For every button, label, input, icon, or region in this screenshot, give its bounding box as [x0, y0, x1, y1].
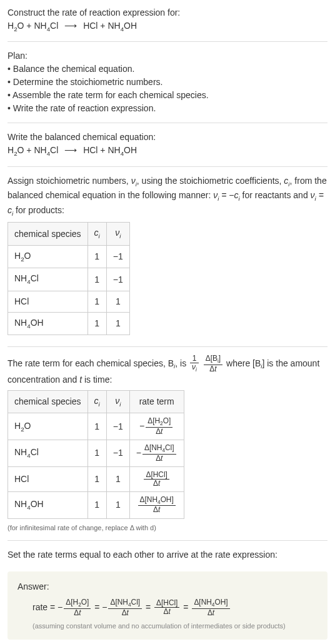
- balanced-text: Write the balanced chemical equation:: [8, 131, 328, 144]
- den: Δt: [154, 608, 179, 616]
- text: , using the stoichiometric coefficients,: [137, 176, 284, 186]
- sign: −: [139, 421, 144, 431]
- term: −Δ[NH4Cl]Δt: [102, 602, 143, 612]
- nu-cell: −1: [106, 440, 129, 467]
- intro-section: Construct the rate of reaction expressio…: [8, 6, 328, 42]
- col-nu: νi: [106, 390, 129, 413]
- frac: Δ[NH4OH]Δt: [138, 496, 176, 515]
- assign-section: Assign stoichiometric numbers, νi, using…: [8, 174, 328, 347]
- c-cell: 1: [88, 268, 106, 291]
- term: −Δ[H2O]Δt: [58, 602, 92, 612]
- text: for reactants and: [240, 190, 311, 200]
- c-cell: 1: [88, 491, 106, 518]
- nu-symbol: νi: [131, 176, 137, 186]
- text: for products:: [13, 205, 64, 215]
- reactant: H2O + NH4Cl: [8, 145, 58, 155]
- num: Δ[NH4OH]: [138, 496, 176, 506]
- den: Δt: [204, 365, 222, 373]
- equals: =: [94, 602, 102, 612]
- species-cell: NH4OH: [8, 491, 88, 518]
- species-cell: H2O: [8, 413, 88, 440]
- intro-text: Construct the rate of reaction expressio…: [8, 6, 328, 19]
- den: Δt: [64, 609, 91, 617]
- sign: −: [136, 448, 141, 458]
- col-species: chemical species: [8, 390, 88, 413]
- arrow-icon: ⟶: [61, 21, 81, 31]
- infinitesimal-note: (for infinitesimal rate of change, repla…: [8, 523, 328, 533]
- col-rate-term: rate term: [129, 390, 184, 413]
- product: HCl + NH4OH: [83, 21, 137, 31]
- equals: =: [146, 602, 153, 612]
- table-row: NH4Cl 1 −1 −Δ[NH4Cl]Δt: [8, 440, 184, 467]
- assign-text: Assign stoichiometric numbers, νi, using…: [8, 174, 328, 218]
- plan-item: • Determine the stoichiometric numbers.: [8, 76, 328, 89]
- rate-term-table: chemical species ci νi rate term H2O 1 −…: [8, 390, 184, 519]
- frac-delta-b: Δ[Bi]Δt: [204, 355, 222, 373]
- text: is time:: [82, 375, 112, 385]
- term: Δ[NH4OH]Δt: [191, 602, 231, 612]
- c-cell: 1: [88, 291, 106, 312]
- answer-note: (assuming constant volume and no accumul…: [18, 621, 318, 631]
- c-cell: 1: [88, 413, 106, 440]
- answer-label: Answer:: [18, 580, 318, 593]
- text: The rate term for each chemical species,…: [8, 358, 174, 368]
- text: Assign stoichiometric numbers,: [8, 176, 131, 186]
- num: Δ[HCl]: [154, 599, 179, 608]
- nu-cell: −1: [106, 413, 129, 440]
- table-row: HCl 1 1 Δ[HCl]Δt: [8, 466, 184, 491]
- frac: Δ[HCl]Δt: [144, 471, 169, 488]
- rate-cell: Δ[HCl]Δt: [129, 466, 184, 491]
- frac: Δ[H2O]Δt: [64, 598, 91, 617]
- plan-item: • Write the rate of reaction expression.: [8, 102, 328, 115]
- col-nu: νi: [106, 223, 129, 245]
- rate-cell: −Δ[NH4Cl]Δt: [129, 440, 184, 467]
- nu-cell: −1: [106, 268, 129, 291]
- rate-term-section: The rate term for each chemical species,…: [8, 355, 328, 541]
- table-header-row: chemical species ci νi rate term: [8, 390, 184, 413]
- species-cell: NH4Cl: [8, 268, 88, 291]
- intro-equation: H2O + NH4Cl ⟶ HCl + NH4OH: [8, 19, 328, 34]
- term: Δ[HCl]Δt: [153, 602, 181, 612]
- stoich-table: chemical species ci νi H2O 1 −1 NH4Cl 1 …: [8, 222, 130, 335]
- plan-item: • Balance the chemical equation.: [8, 63, 328, 76]
- nu-cell: −1: [106, 245, 129, 268]
- col-c: ci: [88, 223, 106, 245]
- species-cell: NH4Cl: [8, 440, 88, 467]
- balanced-equation: H2O + NH4Cl ⟶ HCl + NH4OH: [8, 144, 328, 158]
- equals: =: [183, 602, 191, 612]
- eq1: νi = −ci: [213, 190, 240, 200]
- plan-header: Plan:: [8, 49, 328, 63]
- frac: Δ[NH4Cl]Δt: [142, 444, 176, 463]
- text: , is: [175, 358, 189, 368]
- final-section: Set the rate terms equal to each other t…: [8, 548, 328, 564]
- final-text: Set the rate terms equal to each other t…: [8, 548, 328, 561]
- answer-expression: rate = −Δ[H2O]Δt = −Δ[NH4Cl]Δt = Δ[HCl]Δ…: [18, 598, 318, 617]
- rate-cell: −Δ[H2O]Δt: [129, 413, 184, 440]
- den: Δt: [192, 609, 229, 617]
- table-row: HCl 1 1: [8, 291, 130, 312]
- answer-box: Answer: rate = −Δ[H2O]Δt = −Δ[NH4Cl]Δt =…: [8, 571, 328, 640]
- num: Δ[NH4Cl]: [108, 598, 142, 609]
- frac-one-over-nu: 1νi: [190, 355, 199, 373]
- col-c: ci: [88, 390, 106, 413]
- nu-cell: 1: [106, 466, 129, 491]
- den: Δt: [142, 455, 176, 463]
- num: Δ[NH4Cl]: [142, 444, 176, 455]
- col-species: chemical species: [8, 223, 88, 245]
- table-row: NH4OH 1 1 Δ[NH4OH]Δt: [8, 491, 184, 518]
- product: HCl + NH4OH: [83, 145, 137, 155]
- rate-prefix: rate =: [32, 602, 58, 612]
- nu-cell: 1: [106, 491, 129, 518]
- plan-item: • Assemble the rate term for each chemic…: [8, 89, 328, 102]
- reactant: H2O + NH4Cl: [8, 21, 58, 31]
- sign: −: [102, 602, 107, 612]
- rate-term-text: The rate term for each chemical species,…: [8, 355, 328, 386]
- den: Δt: [146, 428, 172, 436]
- den: Δt: [138, 506, 176, 514]
- num: Δ[H2O]: [64, 598, 91, 609]
- frac: Δ[HCl]Δt: [154, 599, 179, 616]
- num: Δ[Bi]: [204, 355, 222, 365]
- frac: Δ[H2O]Δt: [146, 417, 172, 436]
- table-row: H2O 1 −1: [8, 245, 130, 268]
- c-cell: 1: [88, 440, 106, 467]
